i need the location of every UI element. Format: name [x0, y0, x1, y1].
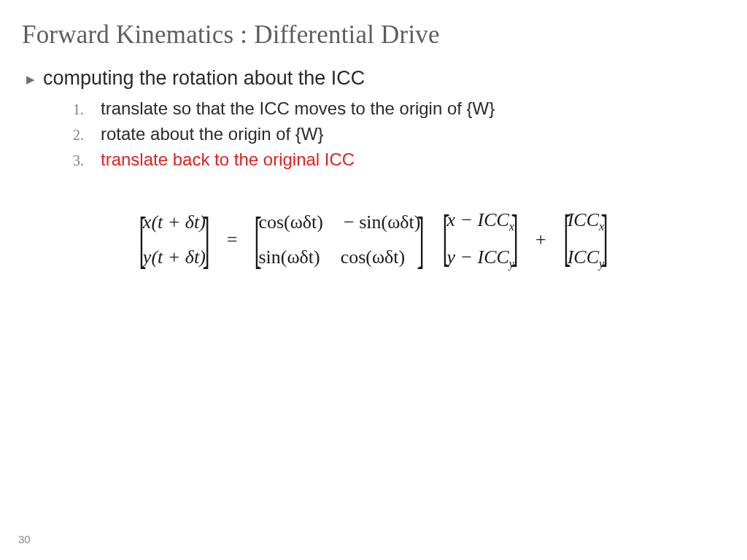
lhs-r2: y(t + δt) — [143, 246, 206, 268]
slide-title: Forward Kinematics : Differential Drive — [22, 20, 725, 50]
matrix-lhs: [ x(t + δt) y(t + δt) ] — [132, 207, 217, 273]
plus-sign: + — [530, 229, 552, 251]
bracket-left-icon: [ — [443, 205, 450, 275]
main-bullet-text: computing the rotation about the ICC — [43, 67, 365, 90]
step-num: 3. — [73, 152, 95, 169]
step-num: 2. — [73, 127, 95, 144]
slide: Forward Kinematics : Differential Drive … — [0, 0, 747, 560]
rot-r1c2: − sin(ωδt) — [344, 211, 420, 233]
diff-r2: y − ICCy — [446, 246, 514, 271]
matrix-icc: [ ICCx ICCy ] — [557, 205, 615, 275]
step-list: 1. translate so that the ICC moves to th… — [73, 98, 725, 170]
rot-r2c1: sin(ωδt) — [258, 246, 320, 268]
icc-r1: ICCx — [568, 209, 605, 233]
bracket-left-icon: [ — [255, 207, 262, 273]
step-3: 3. translate back to the original ICC — [73, 149, 725, 170]
bracket-right-icon: ] — [417, 207, 425, 273]
equation-area: [ x(t + δt) y(t + δt) ] = [ cos(ωδt) − s… — [22, 205, 725, 275]
equals-sign: = — [221, 229, 244, 251]
step-2: 2. rotate about the origin of {W} — [73, 124, 725, 144]
equation: [ x(t + δt) y(t + δt) ] = [ cos(ωδt) − s… — [132, 205, 615, 275]
step-text: translate back to the original ICC — [101, 149, 355, 170]
diff-r1: x − ICCx — [446, 209, 514, 233]
bracket-left-icon: [ — [139, 207, 146, 273]
step-text: translate so that the ICC moves to the o… — [101, 98, 495, 119]
bracket-right-icon: ] — [202, 207, 209, 273]
rot-r2c2: cos(ωδt) — [341, 246, 406, 268]
triangle-bullet-icon: ▶ — [26, 73, 35, 86]
main-bullet: ▶ computing the rotation about the ICC — [26, 67, 725, 90]
bracket-left-icon: [ — [563, 205, 570, 275]
icc-r2: ICCy — [568, 246, 605, 271]
page-number: 30 — [18, 533, 31, 545]
bracket-right-icon: ] — [511, 205, 518, 275]
bracket-right-icon: ] — [601, 205, 608, 275]
matrix-diff: [ x − ICCx y − ICCy ] — [436, 205, 525, 275]
rot-r1c1: cos(ωδt) — [258, 211, 323, 233]
step-num: 1. — [73, 101, 95, 118]
step-1: 1. translate so that the ICC moves to th… — [73, 98, 725, 119]
lhs-r1: x(t + δt) — [143, 211, 206, 233]
matrix-rotation: [ cos(ωδt) − sin(ωδt) sin(ωδt) cos(ωδt) … — [247, 207, 431, 273]
step-text: rotate about the origin of {W} — [101, 124, 324, 144]
